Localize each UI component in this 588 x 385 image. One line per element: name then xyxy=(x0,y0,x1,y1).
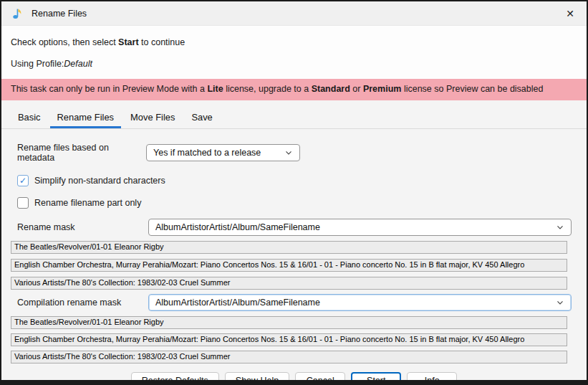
preview-row: English Chamber Orchestra, Murray Perahi… xyxy=(11,259,567,272)
header-panel: Check options, then select Start to cont… xyxy=(1,25,587,79)
checkbox-label: Rename filename part only xyxy=(34,198,141,208)
tab-move-files[interactable]: Move Files xyxy=(123,109,182,128)
preview-row: The Beatles/Revolver/01-01 Eleanor Rigby xyxy=(11,316,567,329)
show-help-button[interactable]: Show Help xyxy=(225,372,289,380)
window-frame: Rename Files ✕ Check options, then selec… xyxy=(0,0,588,385)
preview-row: Various Artists/The 80's Collection: 198… xyxy=(11,277,567,290)
profile-text: Using Profile:Default xyxy=(11,58,577,70)
title-bar: Rename Files ✕ xyxy=(1,1,587,25)
checkbox-rename-filename-part[interactable]: Rename filename part only xyxy=(17,197,577,209)
tab-content: Rename files based on metadata Yes if ma… xyxy=(1,129,587,380)
chevron-down-icon xyxy=(556,298,564,307)
rename-mask-dropdown[interactable]: AlbumArtistorArtist/Album/SameFilename xyxy=(148,219,572,236)
compilation-mask-previews: The Beatles/Revolver/01-01 Eleanor Rigby… xyxy=(11,316,577,363)
cancel-button[interactable]: Cancel xyxy=(295,372,345,380)
checkbox-label: Simplify non-standard characters xyxy=(34,176,165,186)
chevron-down-icon xyxy=(284,148,293,157)
tab-bar: Basic Rename Files Move Files Save xyxy=(1,109,587,129)
compilation-mask-row: Compilation rename mask AlbumArtistorArt… xyxy=(17,294,577,311)
preview-row: The Beatles/Revolver/01-01 Eleanor Rigby xyxy=(11,241,567,254)
license-warning-banner: This task can only be run in Preview Mod… xyxy=(1,79,587,100)
checkbox-simplify-characters[interactable]: ✓ Simplify non-standard characters xyxy=(17,175,577,186)
rename-mask-row: Rename mask AlbumArtistorArtist/Album/Sa… xyxy=(17,219,577,236)
restore-defaults-button[interactable]: Restore Defaults xyxy=(131,372,219,380)
preview-row: English Chamber Orchestra, Murray Perahi… xyxy=(11,333,567,346)
metadata-dropdown[interactable]: Yes if matched to a release xyxy=(146,144,300,161)
metadata-label: Rename files based on metadata xyxy=(17,143,146,163)
window-title: Rename Files xyxy=(32,9,87,19)
chevron-down-icon xyxy=(556,223,564,232)
tab-save[interactable]: Save xyxy=(184,109,219,128)
rename-mask-previews: The Beatles/Revolver/01-01 Eleanor Rigby… xyxy=(11,241,577,290)
compilation-mask-label: Compilation rename mask xyxy=(17,298,148,308)
rename-files-dialog: Rename Files ✕ Check options, then selec… xyxy=(1,1,587,380)
rename-mask-label: Rename mask xyxy=(17,222,148,232)
info-button[interactable]: Info xyxy=(407,372,457,380)
close-icon[interactable]: ✕ xyxy=(554,1,587,25)
metadata-row: Rename files based on metadata Yes if ma… xyxy=(17,143,577,163)
checkbox-empty[interactable] xyxy=(17,197,29,209)
compilation-mask-dropdown[interactable]: AlbumArtistorArtist/Album/SameFilename xyxy=(148,294,572,311)
tab-rename-files[interactable]: Rename Files xyxy=(50,109,122,128)
tab-basic[interactable]: Basic xyxy=(11,109,48,128)
start-button[interactable]: Start xyxy=(351,372,401,380)
dialog-button-row: Restore Defaults Show Help Cancel Start … xyxy=(11,372,577,380)
checkmark-icon[interactable]: ✓ xyxy=(17,175,29,186)
preview-row: Various Artists/The 80's Collection: 198… xyxy=(11,351,567,363)
instruction-text: Check options, then select Start to cont… xyxy=(11,37,577,48)
music-note-icon xyxy=(11,7,24,19)
